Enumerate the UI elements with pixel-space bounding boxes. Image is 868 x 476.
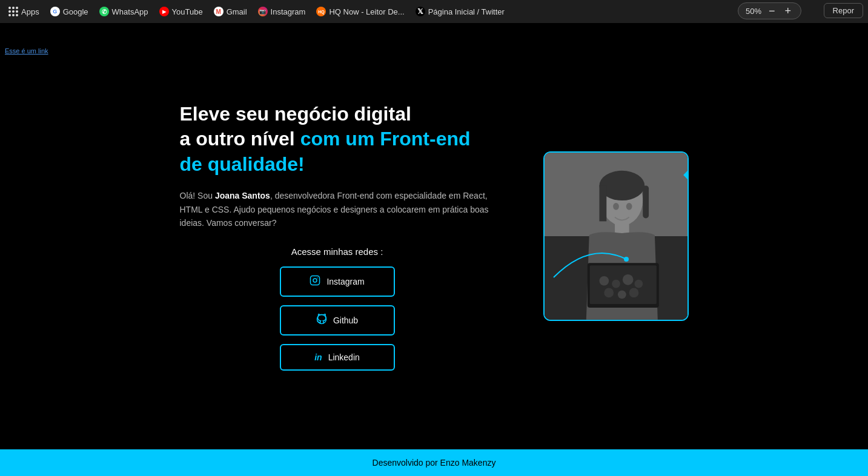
- svg-point-2: [317, 278, 319, 279]
- gmail-icon: M: [214, 7, 224, 16]
- site-content: Esse é um link Eleve seu negócio digital…: [0, 23, 868, 476]
- footer-text: Desenvolvido por Enzo Makenzy: [373, 458, 496, 468]
- toolbar-youtube[interactable]: ▶ YouTube: [156, 4, 207, 19]
- linkedin-btn-icon: in: [314, 352, 322, 362]
- svg-rect-10: [643, 185, 649, 218]
- svg-rect-9: [599, 185, 606, 221]
- social-buttons: Instagram Github in Linkedin: [180, 266, 495, 371]
- instagram-btn-icon: [310, 275, 320, 288]
- site-footer: Desenvolvido por Enzo Makenzy: [0, 449, 868, 476]
- toolbar-gmail[interactable]: M Gmail: [210, 4, 251, 19]
- browser-toolbar: Apps G Google ✆ WhatsApp ▶ YouTube M Gma…: [0, 0, 868, 23]
- profile-image-container: [543, 151, 689, 321]
- top-link[interactable]: Esse é um link: [5, 47, 48, 55]
- svg-point-21: [613, 203, 619, 210]
- site-main: Eleve seu negócio digital a outro nível …: [0, 23, 868, 449]
- apps-icon: [8, 7, 18, 16]
- github-btn-icon: [316, 314, 327, 327]
- right-content: [543, 151, 689, 321]
- twitter-icon: 𝕏: [416, 7, 425, 16]
- toolbar-whatsapp[interactable]: ✆ WhatsApp: [96, 4, 152, 19]
- svg-point-23: [624, 257, 629, 262]
- zoom-out-button[interactable]: −: [766, 5, 778, 16]
- apps-label: Apps: [21, 7, 39, 16]
- toolbar-hqnow[interactable]: HQ HQ Now - Leitor De...: [313, 4, 408, 19]
- repor-button[interactable]: Repor: [824, 3, 863, 18]
- zoom-in-button[interactable]: +: [782, 5, 793, 16]
- social-label: Acesse minhas redes :: [180, 246, 495, 257]
- instagram-icon: 📷: [258, 7, 268, 16]
- linkedin-button[interactable]: in Linkedin: [280, 344, 395, 371]
- hqnow-icon: HQ: [316, 7, 326, 16]
- svg-point-20: [629, 288, 638, 298]
- hero-title: Eleve seu negócio digital a outro nível …: [180, 102, 495, 177]
- svg-point-22: [626, 203, 632, 210]
- google-icon: G: [50, 7, 60, 16]
- left-content: Eleve seu negócio digital a outro nível …: [180, 102, 495, 371]
- zoom-control: 50% − +: [738, 2, 801, 19]
- svg-point-18: [604, 288, 614, 298]
- svg-rect-0: [311, 276, 320, 285]
- svg-point-17: [634, 280, 643, 288]
- toolbar-apps[interactable]: Apps: [5, 4, 43, 19]
- toolbar-twitter[interactable]: 𝕏 Página Inicial / Twitter: [412, 4, 508, 19]
- zoom-value: 50%: [746, 7, 761, 16]
- toolbar-instagram[interactable]: 📷 Instagram: [254, 4, 310, 19]
- svg-point-1: [313, 279, 317, 282]
- svg-point-19: [617, 290, 626, 299]
- whatsapp-icon: ✆: [99, 7, 109, 16]
- toolbar-google[interactable]: G Google: [47, 4, 92, 19]
- youtube-icon: ▶: [159, 7, 169, 16]
- instagram-button[interactable]: Instagram: [280, 266, 395, 297]
- hero-description: Olá! Sou Joana Santos, desenvolvedora Fr…: [180, 189, 495, 230]
- github-button[interactable]: Github: [280, 305, 395, 336]
- cyan-arc-decoration: [548, 235, 632, 283]
